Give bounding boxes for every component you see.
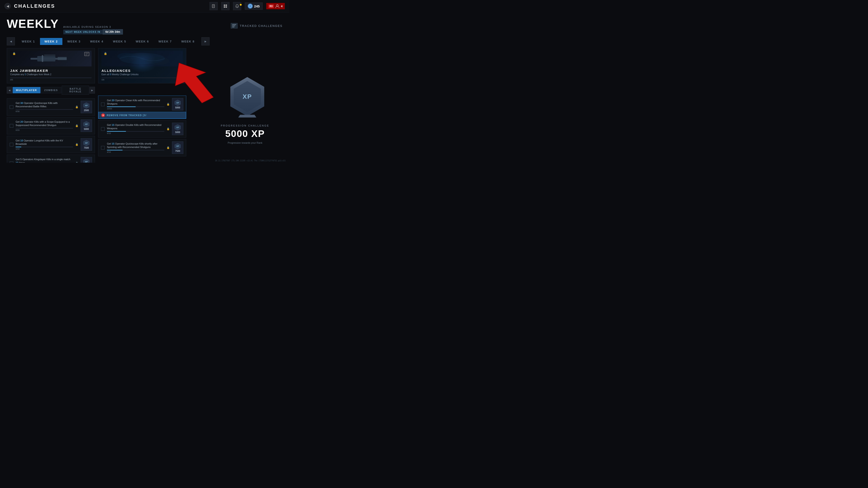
progression-label: PROGRESSION CHALLENGE bbox=[221, 124, 270, 127]
xp-amount-r3: 7500 bbox=[175, 150, 180, 152]
challenge-checkbox-1[interactable] bbox=[10, 105, 13, 109]
tracked-challenges-button[interactable]: TRACKED CHALLENGES bbox=[231, 23, 283, 29]
svg-rect-7 bbox=[225, 6, 227, 8]
available-label: AVAILABLE DURING SEASON 3 bbox=[63, 26, 123, 28]
week-tab-5[interactable]: WEEK 5 bbox=[108, 38, 131, 45]
week-tab-next[interactable]: ▶ bbox=[202, 37, 210, 45]
challenge-progress-text-r2: 5/15 bbox=[107, 132, 164, 134]
week-tab-7[interactable]: WEEK 7 bbox=[154, 38, 176, 45]
allegiances-desc: Earn all 8 Weekly Challenge Unlocks bbox=[101, 73, 183, 76]
challenge-checkbox-2[interactable] bbox=[10, 124, 13, 128]
challenge-text-r3: Get 15 Operator Quickscope Kills shortly… bbox=[107, 142, 164, 149]
cat-tab-battle-royale[interactable]: BATTLE ROYALE bbox=[62, 86, 89, 95]
xp-hex-icon-3: XP bbox=[83, 140, 90, 146]
challenge-right-3: Get 15 Operator Quickscope Kills shortly… bbox=[98, 139, 186, 156]
right-side: XP PROGRESSION CHALLENGE 5000 XP Progres… bbox=[189, 48, 283, 163]
svg-rect-10 bbox=[232, 24, 236, 25]
bell-container bbox=[233, 2, 241, 10]
xp-hex-icon-r3: XP bbox=[175, 143, 181, 149]
next-week-label: NEXT WEEK UNLOCKS IN bbox=[63, 30, 103, 34]
challenge-left-4: Get 5 Operators Kingslayer Kills in a si… bbox=[7, 155, 95, 163]
svg-rect-6 bbox=[224, 6, 225, 8]
challenge-checkbox-r2[interactable] bbox=[101, 127, 105, 131]
challenge-text-1: Get 30 Operator Quickscope Kills with Re… bbox=[16, 101, 73, 108]
allegiances-progress-bar bbox=[101, 77, 183, 78]
grid-icon-btn[interactable] bbox=[221, 2, 229, 10]
challenge-checkbox-3[interactable] bbox=[10, 143, 13, 147]
svg-rect-16 bbox=[42, 55, 43, 62]
challenge-text-r1: Get 20 Operator Clean Kills with Recomme… bbox=[107, 99, 164, 106]
remove-tracked-icon: ✕ bbox=[101, 113, 105, 117]
xp-badge-r2: XP 5000 bbox=[172, 123, 183, 135]
cat-tab-next[interactable]: ▶ bbox=[90, 87, 95, 94]
xp-amount-r1: 5000 bbox=[175, 106, 180, 109]
xp-hex-label: XP bbox=[243, 93, 252, 100]
hex-bottom-bar bbox=[238, 115, 256, 118]
challenge-progress-fill-r1 bbox=[107, 106, 135, 107]
xp-hex-icon-4: XP bbox=[83, 159, 90, 163]
currency-amount: 245 bbox=[254, 4, 260, 8]
svg-point-9 bbox=[276, 4, 278, 6]
challenge-lock-3: 🔒 bbox=[75, 143, 79, 146]
challenge-progress-bar-r2 bbox=[107, 131, 164, 132]
bell-icon-btn[interactable] bbox=[233, 2, 241, 10]
xp-badge-r3: XP 7500 bbox=[172, 141, 183, 154]
player-level: 4 bbox=[281, 4, 283, 8]
svg-rect-11 bbox=[232, 26, 235, 26]
challenge-text-4: Get 5 Operators Kingslayer Kills in a si… bbox=[16, 158, 73, 163]
xp-amount-1: 2500 bbox=[84, 109, 89, 111]
allegiances-camo bbox=[108, 52, 176, 65]
currency-icon bbox=[248, 4, 253, 8]
week-tab-2[interactable]: WEEK 2 bbox=[40, 38, 62, 45]
xp-hex-container: XP bbox=[229, 76, 266, 118]
season-info: AVAILABLE DURING SEASON 3 NEXT WEEK UNLO… bbox=[63, 26, 123, 35]
tracked-icon bbox=[231, 23, 238, 29]
left-column: 🔒 JAK JAWBRE bbox=[7, 48, 95, 163]
challenge-checkbox-r3[interactable] bbox=[101, 146, 105, 150]
jak-jawbreaker-name: JAK JAWBREAKER bbox=[10, 69, 92, 72]
week-tab-8[interactable]: WEEK 8 bbox=[177, 38, 199, 45]
allegiances-header: 🔒 bbox=[101, 51, 183, 66]
document-icon-btn[interactable] bbox=[210, 2, 218, 10]
lock-icon-left: 🔒 bbox=[12, 52, 16, 55]
xp-badge-3: XP 7500 bbox=[81, 138, 92, 151]
week-tab-6[interactable]: WEEK 6 bbox=[131, 38, 153, 45]
progression-section: PROGRESSION CHALLENGE 5000 XP Progressio… bbox=[221, 124, 270, 144]
back-button[interactable]: ◀ bbox=[4, 3, 11, 9]
player-icon bbox=[275, 4, 280, 8]
jak-jawbreaker-progress-text: 0/5 bbox=[10, 78, 92, 81]
week-tab-prev[interactable]: ◀ bbox=[7, 37, 15, 45]
category-tabs: ◀ MULTIPLAYER ZOMBIES BATTLE ROYALE ▶ bbox=[7, 86, 95, 95]
debug-text: 10.11.17827567 [71:196:11195 +11:A] Tho … bbox=[215, 160, 286, 162]
weekly-title: WEEKLY bbox=[7, 17, 59, 31]
challenge-text-3: Get 10 Operator Longshot Kills with the … bbox=[16, 139, 73, 146]
challenge-progress-text-2: 0/20 bbox=[16, 129, 73, 131]
challenge-text-group-r3: Get 15 Operator Quickscope Kills shortly… bbox=[107, 142, 164, 153]
week-tab-3[interactable]: WEEK 3 bbox=[63, 38, 85, 45]
remove-tracked-button[interactable]: ✕ REMOVE FROM TRACKED [3/ bbox=[98, 112, 186, 119]
remove-tracked-text: REMOVE FROM TRACKED [3/ bbox=[107, 114, 147, 117]
challenge-text-group-4: Get 5 Operators Kingslayer Kills in a si… bbox=[16, 158, 73, 163]
cat-tab-multiplayer[interactable]: MULTIPLAYER bbox=[13, 87, 40, 93]
weekly-title-group: WEEKLY AVAILABLE DURING SEASON 3 NEXT WE… bbox=[7, 17, 123, 35]
challenge-checkbox-4[interactable] bbox=[10, 162, 13, 163]
week-tab-1[interactable]: WEEK 1 bbox=[17, 38, 39, 45]
challenge-checkbox-r1[interactable] bbox=[101, 103, 105, 106]
progression-sublabel: Progression towards your Rank bbox=[221, 141, 270, 144]
challenge-text-group-3: Get 10 Operator Longshot Kills with the … bbox=[16, 139, 73, 150]
gun-silhouette bbox=[26, 53, 76, 64]
challenge-progress-text-1: 0/30 bbox=[16, 110, 73, 112]
challenge-progress-text-r1: 10/20 bbox=[107, 107, 164, 110]
svg-rect-4 bbox=[224, 4, 225, 6]
challenge-progress-fill-r2 bbox=[107, 131, 126, 132]
xp-amount-2: 5000 bbox=[84, 128, 89, 130]
cat-tab-zombies[interactable]: ZOMBIES bbox=[41, 87, 61, 93]
week-tab-4[interactable]: WEEK 4 bbox=[86, 38, 108, 45]
blueprint-icon bbox=[84, 52, 89, 57]
challenge-text-group-1: Get 30 Operator Quickscope Kills with Re… bbox=[16, 101, 73, 113]
cat-tab-prev[interactable]: ◀ bbox=[7, 87, 12, 94]
challenge-text-2: Get 20 Operator Kills with a Scope Equip… bbox=[16, 120, 73, 127]
progression-xp: 5000 XP bbox=[221, 128, 270, 139]
allegiances-name: ALLEGIANCES bbox=[101, 69, 183, 72]
xp-amount-3: 7500 bbox=[84, 147, 89, 149]
